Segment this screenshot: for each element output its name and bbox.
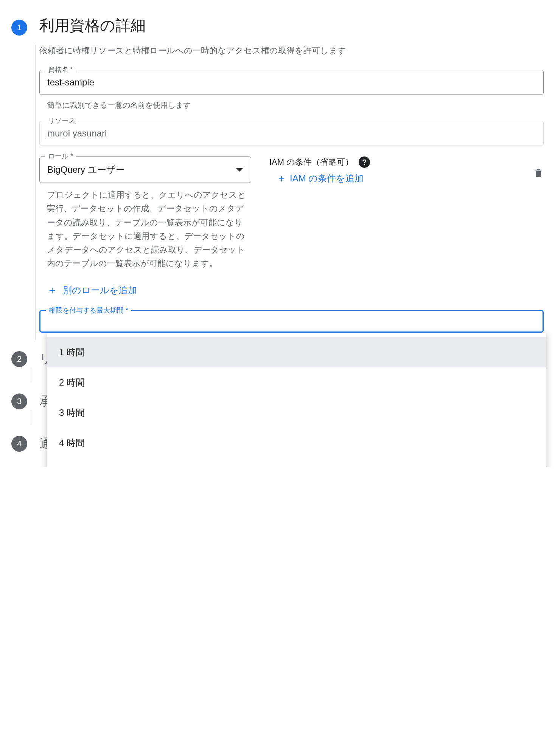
step-3-number: 3 <box>17 397 22 406</box>
role-description: プロジェクトに適用すると、クエリへのアクセスと実行、データセットの作成、データセ… <box>39 188 251 271</box>
duration-option[interactable]: 5 時間 <box>47 458 546 467</box>
step-2-indicator[interactable]: 2 <box>11 351 27 367</box>
role-label: ロール * <box>45 152 76 161</box>
chevron-down-icon <box>236 168 243 172</box>
help-icon[interactable]: ? <box>359 156 370 168</box>
entitlement-name-label: 資格名 * <box>45 65 76 74</box>
step-1-title: 利用資格の詳細 <box>39 15 544 36</box>
delete-role-button[interactable] <box>518 156 544 181</box>
step-3-indicator[interactable]: 3 <box>11 393 27 409</box>
entitlement-name-field[interactable]: 資格名 * <box>39 70 544 95</box>
duration-option[interactable]: 4 時間 <box>47 428 546 458</box>
add-iam-condition-label: IAM の条件を追加 <box>290 172 364 184</box>
role-value: BigQuery ユーザー <box>47 164 125 176</box>
add-role-button[interactable]: ＋ 別のロールを追加 <box>47 284 544 296</box>
step-1-indicator: 1 <box>11 20 27 36</box>
duration-option[interactable]: 3 時間 <box>47 398 546 428</box>
add-iam-condition-button[interactable]: ＋ IAM の条件を追加 <box>276 172 500 184</box>
step-4-indicator[interactable]: 4 <box>11 436 27 452</box>
entitlement-name-helper: 簡単に識別できる一意の名前を使用します <box>39 100 544 110</box>
plus-icon: ＋ <box>276 173 287 184</box>
step-4-number: 4 <box>17 439 22 449</box>
add-role-label: 別のロールを追加 <box>63 284 137 296</box>
resource-label: リソース <box>45 116 78 125</box>
entitlement-name-input[interactable] <box>47 77 536 88</box>
max-duration-dropdown: 1 時間2 時間3 時間4 時間5 時間6 時間7 時間8 時間 <box>47 333 546 467</box>
step-1-number: 1 <box>17 23 22 33</box>
iam-condition-header: IAM の条件（省略可） <box>269 156 353 168</box>
duration-option[interactable]: 1 時間 <box>47 337 546 367</box>
max-duration-select[interactable]: 権限を付与する最大期間 * <box>39 310 544 333</box>
step-2-number: 2 <box>17 354 22 364</box>
trash-icon <box>533 167 544 179</box>
step-1-subtitle: 依頼者に特権リソースと特権ロールへの一時的なアクセス権の取得を許可します <box>39 45 544 56</box>
resource-field: リソース muroi yasunari <box>39 121 544 146</box>
resource-value: muroi yasunari <box>47 128 536 139</box>
duration-option[interactable]: 2 時間 <box>47 367 546 398</box>
plus-icon: ＋ <box>47 285 58 296</box>
max-duration-label: 権限を付与する最大期間 * <box>46 306 131 315</box>
role-select[interactable]: ロール * BigQuery ユーザー <box>39 156 251 183</box>
